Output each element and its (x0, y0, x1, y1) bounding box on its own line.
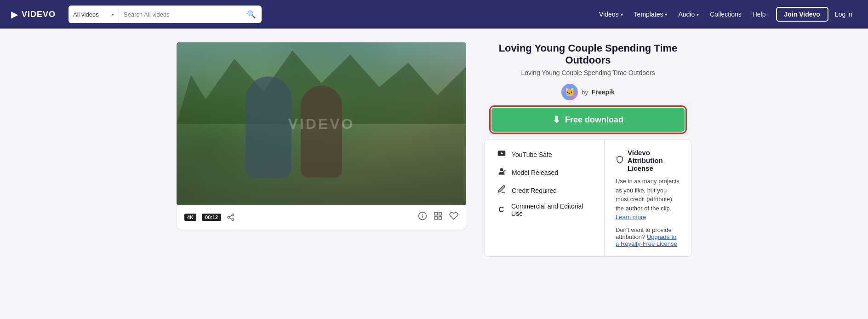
svg-rect-9 (439, 213, 442, 215)
attributes-left: YouTube Safe Model Released (485, 139, 605, 256)
download-wrapper: ⬇ Free download (485, 108, 691, 132)
credit-required-label: Credit Required (512, 187, 557, 194)
info-section: Loving Young Couple Spending Time Outdoo… (485, 42, 691, 257)
controls-right (418, 211, 458, 223)
svg-line-4 (230, 215, 232, 216)
commercial-icon: C (496, 206, 507, 214)
login-link[interactable]: Log in (830, 8, 857, 21)
audio-chevron: ▾ (697, 12, 699, 17)
video-controls: 4K 00:12 (177, 205, 466, 229)
video-title: Loving Young Couple Spending Time Outdoo… (485, 42, 691, 66)
favorite-button[interactable] (449, 211, 458, 223)
credit-required-icon (496, 185, 507, 196)
nav-item-templates[interactable]: Templates ▾ (629, 8, 672, 21)
search-category-label: All videos (73, 11, 99, 18)
nav-item-help[interactable]: Help (748, 8, 771, 21)
commercial-label: Commercial and Editorial Use (511, 203, 593, 217)
nav-item-audio[interactable]: Audio ▾ (674, 8, 703, 21)
video-section: VIDEVO 4K 00:12 (177, 42, 466, 257)
videos-chevron: ▾ (621, 12, 623, 17)
free-download-button[interactable]: ⬇ Free download (491, 108, 685, 132)
video-subtitle: Loving Young Couple Spending Time Outdoo… (485, 69, 691, 76)
main-content: VIDEVO 4K 00:12 (158, 29, 710, 271)
nav-item-collections[interactable]: Collections (705, 8, 746, 21)
author-avatar: 🐱 (561, 84, 578, 100)
attr-model-released: Model Released (496, 167, 593, 178)
license-title: Videvo Attribution License (616, 149, 680, 172)
nav-links: Videos ▾ Templates ▾ Audio ▾ Collections… (594, 7, 857, 22)
author-name: Freepik (592, 88, 615, 96)
info-button[interactable] (418, 211, 427, 223)
svg-rect-11 (435, 217, 438, 220)
license-info: Videvo Attribution License Use in as man… (605, 139, 691, 256)
attr-youtube-safe: YouTube Safe (496, 149, 593, 160)
download-label: Free download (565, 115, 623, 125)
navbar: ▶ VIDEVO All videos ▾ 🔍 Videos ▾ Templat… (0, 0, 868, 29)
video-player[interactable]: VIDEVO (177, 42, 466, 205)
youtube-safe-icon (496, 149, 507, 160)
logo-icon: ▶ (11, 9, 18, 20)
templates-chevron: ▾ (665, 12, 667, 17)
dropdown-chevron: ▾ (112, 12, 114, 17)
author-area: 🐱 by Freepik (485, 84, 691, 100)
model-released-icon (496, 167, 507, 178)
badge-4k: 4K (184, 214, 196, 221)
svg-rect-10 (439, 217, 442, 220)
license-description: Use in as many projects as you like, but… (616, 177, 680, 222)
search-area: All videos ▾ 🔍 (69, 6, 262, 23)
add-to-collection-button[interactable] (434, 211, 443, 223)
svg-rect-8 (435, 213, 438, 215)
nav-item-videos[interactable]: Videos ▾ (594, 8, 628, 21)
download-icon: ⬇ (553, 114, 560, 125)
no-attribution-text: Don't want to provide attribution? Upgra… (616, 226, 680, 247)
video-timestamp: 00:12 (202, 214, 221, 221)
search-input[interactable] (119, 6, 241, 23)
svg-line-3 (230, 218, 232, 219)
video-thumbnail: VIDEVO (177, 42, 466, 205)
attributes-card: YouTube Safe Model Released (485, 139, 691, 257)
learn-more-link[interactable]: Learn more (616, 214, 646, 220)
search-button[interactable]: 🔍 (241, 10, 262, 19)
logo-text: VIDEVO (22, 10, 56, 19)
join-button[interactable]: Join Videvo (776, 7, 828, 22)
license-icon (616, 156, 624, 166)
author-prefix: by (582, 89, 588, 96)
attr-commercial-editorial: C Commercial and Editorial Use (496, 203, 593, 217)
logo[interactable]: ▶ VIDEVO (11, 9, 56, 20)
search-category-dropdown[interactable]: All videos ▾ (69, 6, 119, 23)
attr-credit-required: Credit Required (496, 185, 593, 196)
share-button[interactable] (227, 213, 235, 221)
license-title-text: Videvo Attribution License (628, 149, 680, 172)
figure-right (301, 86, 342, 178)
youtube-safe-label: YouTube Safe (512, 151, 552, 158)
model-released-label: Model Released (512, 169, 558, 176)
svg-point-14 (500, 168, 503, 171)
figure-left (246, 76, 291, 178)
